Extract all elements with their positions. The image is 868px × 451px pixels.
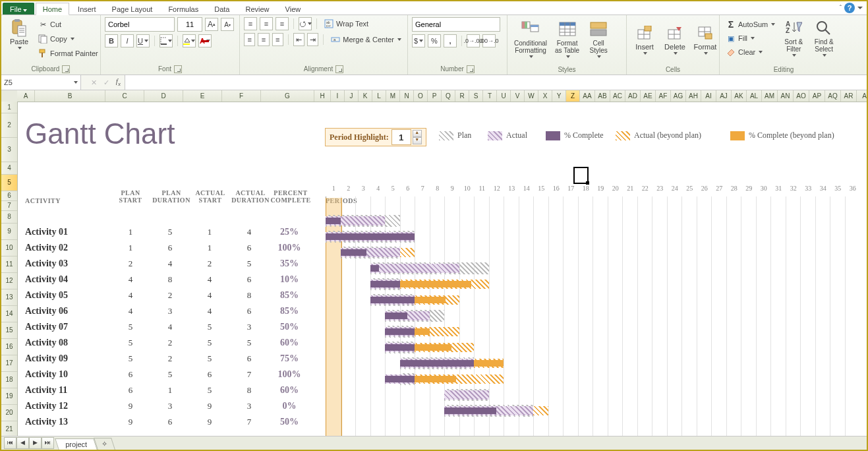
increase-indent-button[interactable]: ⇥ [307,33,318,46]
row-header[interactable]: 1 [1,102,17,113]
comma-format-button[interactable]: , [444,34,457,47]
col-header[interactable]: W [525,90,538,102]
select-all-corner[interactable] [1,90,18,102]
col-header[interactable]: AL [747,90,762,102]
grid[interactable]: Gantt Chart Period Highlight: ▲ ▼ Plan A… [17,102,867,436]
col-header[interactable]: V [511,90,525,102]
spinner-down-button[interactable]: ▼ [413,137,422,144]
border-button[interactable] [159,34,173,47]
dialog-launcher-icon[interactable] [467,65,475,73]
delete-cells-button[interactable]: Delete [661,22,689,56]
align-bottom-button[interactable]: ≡ [275,17,289,30]
row-header[interactable]: 9 [1,224,17,240]
format-as-table-button[interactable]: Formatas Table [552,18,582,59]
col-header[interactable]: AF [656,90,671,102]
cut-button[interactable]: ✂Cut [36,18,100,30]
tab-insert[interactable]: Insert [71,3,103,15]
decrease-indent-button[interactable]: ⇤ [293,33,304,46]
col-header[interactable]: AP [809,90,825,102]
col-header[interactable]: G [261,90,314,102]
tab-view[interactable]: View [278,3,308,15]
row-header[interactable]: 15 [1,322,17,339]
tab-home[interactable]: Home [36,3,69,15]
col-header[interactable]: Z [566,90,580,102]
col-header[interactable]: U [497,90,511,102]
col-header[interactable]: AR [841,90,857,102]
row-header[interactable]: 16 [1,339,17,355]
col-header[interactable]: AJ [716,90,732,102]
clear-button[interactable]: Clear [724,46,777,58]
increase-decimal-button[interactable]: .0→.00 [467,34,480,47]
col-header[interactable]: K [359,90,372,102]
copy-button[interactable]: Copy [36,33,100,45]
insert-cells-button[interactable]: Insert [631,22,658,56]
col-header[interactable]: A [17,90,35,102]
formula-input[interactable] [125,75,867,90]
align-top-button[interactable]: ≡ [244,17,257,30]
row-header[interactable]: 18 [1,372,17,388]
sheet-tab-project[interactable]: project [55,438,98,450]
col-header[interactable]: H [314,90,331,102]
align-center-button[interactable]: ≡ [258,33,269,46]
fx-accept-icon[interactable]: ✓ [103,78,109,87]
wrap-text-button[interactable]: abc↵Wrap Text [322,18,370,30]
col-header[interactable]: J [345,90,359,102]
col-header[interactable]: AE [641,90,656,102]
fx-icon[interactable]: fx [116,77,121,87]
col-header[interactable]: AA [580,90,595,102]
col-header[interactable]: L [372,90,386,102]
col-header[interactable]: P [428,90,442,102]
decrease-decimal-button[interactable]: .00→.0 [482,34,496,47]
fill-color-button[interactable] [183,34,196,47]
font-size-input[interactable] [177,17,202,32]
col-header[interactable]: O [414,90,428,102]
tab-review[interactable]: Review [238,3,276,15]
tab-nav-prev[interactable]: ◀ [16,437,29,449]
align-left-button[interactable]: ≡ [244,33,255,46]
grow-font-button[interactable]: A▴ [205,18,218,31]
row-header[interactable]: 19 [1,388,17,405]
col-header[interactable]: Y [552,90,566,102]
spinner-up-button[interactable]: ▲ [413,130,422,137]
dialog-launcher-icon[interactable] [62,65,70,73]
autosum-button[interactable]: ΣAutoSum [724,18,777,30]
col-header[interactable]: D [144,90,183,102]
tab-formulas[interactable]: Formulas [161,3,206,15]
col-header[interactable]: B [35,90,105,102]
col-header[interactable]: AG [671,90,686,102]
col-header[interactable]: T [483,90,497,102]
col-header[interactable]: F [222,90,261,102]
row-header[interactable]: 7 [1,201,17,211]
paste-button[interactable]: Paste [5,17,33,51]
dialog-launcher-icon[interactable] [174,65,182,73]
period-highlight-input[interactable] [391,129,411,145]
row-header[interactable]: 10 [1,240,17,256]
tab-page-layout[interactable]: Page Layout [105,3,160,15]
row-headers[interactable]: 123456789101112131415161718192021 [1,102,18,436]
col-header[interactable]: AH [686,90,701,102]
tab-nav-first[interactable]: ⏮ [4,437,16,449]
italic-button[interactable]: I [121,34,134,47]
number-format-select[interactable] [412,17,500,32]
col-header[interactable]: N [400,90,414,102]
col-header[interactable]: AO [794,90,809,102]
name-box[interactable]: Z5 [1,75,81,90]
accounting-format-button[interactable]: $ [412,34,425,47]
col-header[interactable]: AB [595,90,610,102]
col-header[interactable]: AQ [825,90,841,102]
merge-center-button[interactable]: aMerge & Center [328,34,403,45]
col-header[interactable]: AK [732,90,747,102]
row-header[interactable]: 21 [1,421,17,436]
tab-file[interactable]: File [3,3,34,15]
fill-button[interactable]: ▣Fill [724,32,777,44]
window-options-icon[interactable] [857,7,863,9]
font-color-button[interactable]: A [198,34,212,47]
col-header[interactable]: I [331,90,345,102]
row-header[interactable]: 11 [1,256,17,273]
tab-nav-last[interactable]: ⏭ [42,437,54,449]
underline-button[interactable]: U [136,34,150,47]
row-header[interactable]: 20 [1,405,17,421]
column-headers[interactable]: ABCDEFGHIJKLMNOPQRSTUVWXYZAAABACADAEAFAG… [17,90,867,102]
col-header[interactable]: R [455,90,469,102]
align-right-button[interactable]: ≡ [272,33,283,46]
